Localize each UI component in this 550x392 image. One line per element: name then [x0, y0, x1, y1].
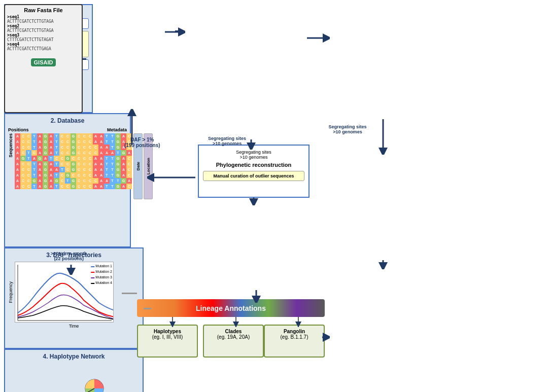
- daf-x-label: Time: [8, 324, 140, 329]
- seq3-dna: CTTTCGATCTCTTGTAGAT: [7, 38, 80, 42]
- arrow-daf-to-hapnet: [66, 265, 76, 275]
- hapnet-title: 4. Haplotype Network: [8, 353, 140, 360]
- seq4-dna: ACTTTCGATCTCTTGAGA: [7, 47, 80, 51]
- arrow-lineage-to-mutgraph: [325, 304, 332, 312]
- lineage-bar: Lineage Annotations: [137, 299, 325, 317]
- seg-sites-phylo: Segregating sites>10 genomes: [208, 136, 246, 146]
- seq1-name: >seq1: [7, 15, 80, 19]
- seq2-name: >seq2: [7, 24, 80, 28]
- arrow-lineage-down-right: [293, 317, 303, 327]
- arrow-lineage-down-left: [167, 317, 178, 327]
- haplotypes-title: Haplotypes: [140, 329, 195, 334]
- arrow-tajima-to-pca: [378, 119, 388, 155]
- seq3-name: >seq3: [7, 33, 80, 38]
- gisaid-badge: GISAID: [31, 58, 56, 66]
- arrow-db-tajima: [307, 30, 330, 46]
- arrow-preproc-db-svg: [165, 24, 185, 40]
- connector-left: [122, 293, 137, 294]
- seg-sites-label-top: Segregating sites >10 genomes: [203, 150, 304, 160]
- daf-box: 3. DAF Trajectories Frequency: [4, 247, 144, 349]
- raw-fasta-title: Raw Fasta File: [7, 7, 80, 13]
- hapnet-box: 4. Haplotype Network: [4, 349, 144, 392]
- seq4-name: >seq4: [7, 42, 80, 47]
- threshold-note: >10% in a month (22 positions): [51, 251, 87, 261]
- arrow-tree-to-lineage: [251, 290, 261, 303]
- main-container: Raw Fasta File >seq1 ACTTTCGATCTCTTGTAGA…: [0, 0, 550, 392]
- daf-chart: ▬ Mutation 1 ▬ Mutation 2 ▬ Mutation 3 ▬…: [15, 262, 114, 323]
- arrow-pangolin-to-mutgraph: [322, 332, 330, 342]
- hapnet-svg: [8, 363, 130, 392]
- clades-box: Clades (eg. 19A, 20A): [203, 325, 264, 358]
- pangolin-box: Pangolin (eg. B.1.1.7): [264, 325, 325, 358]
- arrow-lineage-down-center: [231, 317, 241, 327]
- seq2-dna: ACTTTCGATCTCTTGTAGA: [7, 28, 80, 33]
- clades-sub: (eg. 19A, 20A): [206, 334, 261, 340]
- sequences-label: Sequences: [8, 133, 13, 158]
- database-title: 2. Database: [8, 117, 127, 124]
- pangolin-title: Pangolin: [267, 329, 322, 334]
- haplotypes-box: Haplotypes (eg. I, III, VIII): [137, 325, 198, 358]
- arrow-fasta-to-preproc: [83, 58, 86, 60]
- arrow-phylo-to-daf: [147, 172, 198, 183]
- seq1-dna: ACTTTCGATCTCTTGTAGA: [7, 19, 80, 24]
- daf-y-label: Frequency: [8, 281, 13, 303]
- positions-label: Positions: [8, 127, 29, 132]
- lineage-bar-label: Lineage Annotations: [196, 304, 266, 312]
- haplotypes-sub: (eg. I, III, VIII): [140, 334, 195, 340]
- hapnet-lineage-connector: [144, 308, 151, 309]
- seg-sites-right-note: Segregating sites >10 genomes: [322, 124, 373, 134]
- arrow-phylo-to-tree: [249, 198, 259, 205]
- arrow-pca-to-mutgraph: [378, 260, 388, 269]
- arrow-imputation-up: [124, 109, 140, 147]
- db-column-labels: Positions Metadata: [8, 127, 127, 132]
- pangolin-sub: (eg. B.1.1.7): [267, 334, 322, 340]
- phylo-box: Segregating sites >10 genomes Phylogenet…: [198, 145, 310, 198]
- daf-legend: ▬ Mutation 1 ▬ Mutation 2 ▬ Mutation 3 ▬…: [91, 263, 112, 286]
- manual-curation-box: Manual curation of outlier sequences: [203, 171, 304, 181]
- date-label: Date: [136, 162, 141, 170]
- dna-grid: ACCTAGATCCGCCCAATTGAC ACCTAGATCCGCCCAATT…: [15, 133, 132, 189]
- phylo-step-label: Phylogenetic reconstruction: [203, 162, 304, 168]
- raw-fasta-box: Raw Fasta File >seq1 ACTTTCGATCTCTTGTAGA…: [4, 4, 83, 113]
- clades-title: Clades: [206, 329, 261, 334]
- database-box: 2. Database Positions Metadata Sequences…: [4, 113, 131, 247]
